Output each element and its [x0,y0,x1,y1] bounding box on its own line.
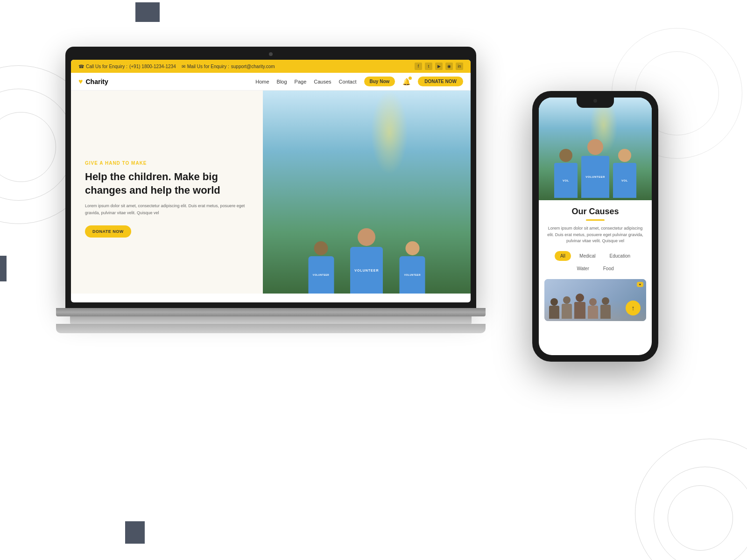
donate-now-button-hero[interactable]: DONATE NOW [85,225,131,238]
hero-tagline: GIVE A HAND TO MAKE [85,161,249,166]
nav-blog[interactable]: Blog [277,79,287,84]
buy-now-button[interactable]: Buy Now [364,77,395,86]
laptop-hinge [56,308,486,316]
phone-screen: VOL VOLUNTEER VOL [539,98,652,355]
topbar-email-label: Mail Us for Enquiry : [187,64,229,69]
hero-right: VOLUNTEER VOLUNTEER [263,91,471,294]
notification-dot [409,77,412,80]
bg-square-2 [0,256,7,281]
bg-circle-6 [668,485,733,551]
bg-circle-5 [654,467,747,560]
twitter-icon[interactable]: t [425,63,432,70]
phone-causes-image: ♥ ↑ [544,279,646,321]
facebook-icon[interactable]: f [415,63,422,70]
laptop-screen: ☎ Call Us for Enquiry : (+91) 1800-1234-… [71,60,471,302]
bg-circle-3 [0,112,56,182]
volunteer-scene: VOLUNTEER VOLUNTEER [263,91,471,294]
linkedin-icon[interactable]: in [456,63,463,70]
instagram-icon[interactable]: ◉ [445,63,453,70]
hero-title: Help the children. Make big changes and … [85,170,249,197]
hero-title-line2: changes and help the world [85,184,220,196]
nav-causes[interactable]: Causes [314,79,331,84]
phone-body: VOL VOLUNTEER VOL [532,91,658,362]
laptop-mockup: ☎ Call Us for Enquiry : (+91) 1800-1234-… [65,47,476,350]
phone-content: Our Causes Lorem ipsum dolor sit amet, c… [539,200,652,328]
phone-title-underline [586,219,605,221]
phone-volunteer-scene: VOL VOLUNTEER VOL [539,98,652,200]
notification-bell[interactable]: 🔔 [402,78,410,85]
laptop-base [56,308,486,350]
site-topbar: ☎ Call Us for Enquiry : (+91) 1800-1234-… [71,60,471,73]
bg-square-1 [135,2,160,22]
phone-hero-image: VOL VOLUNTEER VOL [539,98,652,200]
nav-home[interactable]: Home [255,79,269,84]
topbar-email: ✉ Mail Us for Enquiry : support@charity.… [182,64,275,69]
hero-section: GIVE A HAND TO MAKE Help the children. M… [71,91,471,294]
phone-notch [577,98,614,108]
phone-mockup: VOL VOLUNTEER VOL [532,91,658,394]
hero-description: Lorem ipsum dolor sit amet, consectetur … [85,203,249,216]
youtube-icon[interactable]: ▶ [435,63,443,70]
laptop-body: ☎ Call Us for Enquiry : (+91) 1800-1234-… [65,47,476,308]
topbar-phone: ☎ Call Us for Enquiry : (+91) 1800-1234-… [78,64,176,69]
tab-all[interactable]: All [555,251,571,261]
phone-section-description: Lorem ipsum dolor sit amet, consectetur … [544,225,646,245]
hero-left: GIVE A HAND TO MAKE Help the children. M… [71,91,263,294]
phone-section-title: Our Causes [544,207,646,217]
scroll-to-top-button[interactable]: ↑ [626,301,641,315]
topbar-left: ☎ Call Us for Enquiry : (+91) 1800-1234-… [78,64,275,69]
social-icons: f t ▶ ◉ in [415,63,463,70]
topbar-email-address: support@charity.com [231,64,275,69]
logo-text: Charity [86,78,108,85]
site-navbar: ♥ Charity Home Blog Page Causes Contact … [71,73,471,91]
nav-contact[interactable]: Contact [339,79,357,84]
topbar-phone-number: (+91) 1800-1234-1234 [129,64,176,69]
phone-icon: ☎ [78,64,84,69]
donate-now-button-nav[interactable]: DONATE NOW [418,77,463,86]
bg-square-4 [125,521,145,544]
tab-water[interactable]: Water [571,264,594,273]
logo-heart-icon: ♥ [78,77,83,86]
bg-circle-4 [635,439,747,560]
email-icon: ✉ [182,64,185,69]
bg-circle-2 [0,89,75,201]
site-logo: ♥ Charity [78,77,108,86]
laptop-camera [269,52,273,56]
tab-education[interactable]: Education [604,251,636,261]
hero-title-line1: Help the children. Make big [85,171,218,182]
phone-tabs: All Medical Education Water Food [544,251,646,273]
tab-medical[interactable]: Medical [574,251,601,261]
tab-food[interactable]: Food [598,264,620,273]
nav-links: Home Blog Page Causes Contact Buy Now 🔔 … [255,77,463,86]
nav-page[interactable]: Page [295,79,307,84]
topbar-phone-label: Call Us for Enquiry : [86,64,127,69]
